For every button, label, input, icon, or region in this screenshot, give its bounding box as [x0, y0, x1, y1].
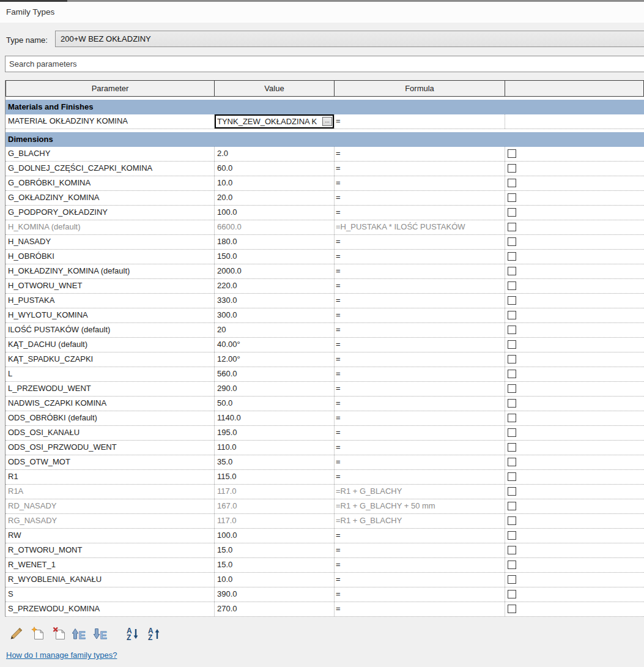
formula-cell[interactable]: = — [335, 587, 505, 602]
material-value-box[interactable]: TYNK_ZEW_OKŁADZINA K... — [215, 114, 334, 129]
value-cell[interactable]: 110.0 — [215, 441, 335, 455]
lock-checkbox[interactable] — [508, 384, 516, 393]
lock-checkbox[interactable] — [508, 208, 516, 217]
lock-checkbox[interactable] — [508, 340, 516, 349]
value-cell[interactable]: 20 — [215, 323, 335, 337]
formula-cell[interactable]: = — [335, 323, 505, 337]
value-cell[interactable]: 100.0 — [215, 529, 335, 543]
formula-cell[interactable]: =H_PUSTAKA * ILOŚĆ PUSTAKÓW — [335, 220, 505, 234]
formula-cell[interactable]: = — [335, 308, 505, 322]
formula-cell[interactable]: = — [335, 294, 505, 308]
formula-cell[interactable]: = — [335, 206, 505, 220]
value-cell[interactable]: 115.0 — [215, 470, 335, 484]
value-cell[interactable]: 10.0 — [215, 176, 335, 190]
lock-checkbox[interactable] — [508, 223, 516, 231]
value-cell[interactable]: 12.00° — [215, 352, 335, 367]
value-cell[interactable]: 100.0 — [215, 206, 335, 220]
lock-checkbox[interactable] — [508, 590, 516, 598]
value-cell[interactable]: 10.0 — [215, 573, 335, 587]
formula-cell[interactable]: = — [335, 235, 505, 249]
lock-checkbox[interactable] — [508, 516, 516, 525]
value-cell[interactable]: 290.0 — [215, 382, 335, 396]
formula-cell[interactable]: = — [335, 470, 505, 484]
sort-ascending-icon[interactable]: A Z — [125, 626, 141, 642]
formula-cell[interactable]: = — [335, 162, 505, 176]
value-cell[interactable]: 180.0 — [215, 235, 335, 249]
lock-checkbox[interactable] — [508, 399, 516, 408]
lock-checkbox[interactable] — [508, 296, 516, 305]
value-cell[interactable]: 195.0 — [215, 426, 335, 440]
formula-cell[interactable]: = — [335, 573, 505, 587]
formula-cell[interactable]: = — [335, 602, 505, 616]
delete-type-icon[interactable] — [51, 626, 67, 642]
value-cell[interactable]: 117.0 — [215, 514, 335, 528]
formula-cell[interactable]: = — [335, 382, 505, 396]
formula-cell[interactable]: = — [335, 191, 505, 205]
formula-cell[interactable]: = — [335, 441, 505, 455]
lock-checkbox[interactable] — [508, 326, 516, 334]
value-cell[interactable]: 2.0 — [215, 147, 335, 161]
lock-checkbox[interactable] — [508, 428, 516, 437]
lock-checkbox[interactable] — [508, 502, 516, 510]
value-cell[interactable]: 117.0 — [215, 485, 335, 499]
value-cell[interactable]: 150.0 — [215, 250, 335, 264]
new-type-icon[interactable] — [30, 626, 46, 642]
edit-parameter-icon[interactable] — [8, 626, 24, 642]
search-parameters-input[interactable] — [5, 56, 644, 72]
value-cell[interactable]: 40.00° — [215, 338, 335, 352]
lock-checkbox[interactable] — [508, 414, 516, 422]
lock-checkbox[interactable] — [508, 311, 516, 319]
lock-checkbox[interactable] — [508, 487, 516, 496]
lock-checkbox[interactable] — [508, 458, 516, 466]
lock-checkbox[interactable] — [508, 179, 516, 187]
formula-cell[interactable]: = — [335, 147, 505, 161]
value-cell[interactable]: 6600.0 — [215, 220, 335, 234]
lock-checkbox[interactable] — [508, 281, 516, 290]
value-cell[interactable]: TYNK_ZEW_OKŁADZINA K... — [215, 114, 335, 129]
lock-checkbox[interactable] — [508, 267, 516, 275]
value-cell[interactable]: 300.0 — [215, 308, 335, 322]
value-cell[interactable]: 2000.0 — [215, 264, 335, 278]
value-cell[interactable]: 167.0 — [215, 499, 335, 513]
lock-checkbox[interactable] — [508, 193, 516, 202]
lock-checkbox[interactable] — [508, 561, 516, 569]
formula-cell[interactable]: = — [335, 455, 505, 469]
lock-checkbox[interactable] — [508, 237, 516, 246]
formula-cell[interactable]: = — [335, 426, 505, 440]
value-cell[interactable]: 60.0 — [215, 162, 335, 176]
formula-cell[interactable]: = — [335, 338, 505, 352]
value-cell[interactable]: 390.0 — [215, 587, 335, 602]
formula-cell[interactable]: = — [335, 264, 505, 278]
formula-cell[interactable]: = — [335, 558, 505, 572]
lock-checkbox[interactable] — [508, 531, 516, 540]
formula-cell[interactable]: =R1 + G_BLACHY — [335, 485, 505, 499]
formula-cell[interactable]: = — [335, 250, 505, 264]
formula-cell[interactable]: = — [335, 411, 505, 425]
value-cell[interactable]: 270.0 — [215, 602, 335, 616]
formula-cell[interactable]: = — [335, 543, 505, 557]
lock-checkbox[interactable] — [508, 149, 516, 158]
lock-checkbox[interactable] — [508, 164, 516, 173]
value-cell[interactable]: 15.0 — [215, 543, 335, 557]
lock-checkbox[interactable] — [508, 355, 516, 363]
help-link[interactable]: How do I manage family types? — [6, 650, 117, 660]
formula-cell[interactable]: = — [335, 114, 505, 129]
sort-descending-icon[interactable]: A Z — [146, 626, 162, 642]
formula-cell[interactable]: =R1 + G_BLACHY + 50 mm — [335, 499, 505, 513]
move-parameter-down-icon[interactable]: E — [92, 626, 108, 642]
type-name-combobox[interactable]: 200+W BEZ OKŁADZINY — [55, 31, 644, 47]
formula-cell[interactable]: = — [335, 397, 505, 411]
lock-checkbox[interactable] — [508, 546, 516, 554]
lock-checkbox[interactable] — [508, 252, 516, 261]
value-cell[interactable]: 560.0 — [215, 367, 335, 381]
lock-checkbox[interactable] — [508, 605, 516, 613]
browse-material-button[interactable]: ... — [322, 117, 332, 126]
lock-checkbox[interactable] — [508, 472, 516, 481]
lock-checkbox[interactable] — [508, 443, 516, 452]
formula-cell[interactable]: = — [335, 176, 505, 190]
value-cell[interactable]: 220.0 — [215, 279, 335, 293]
value-cell[interactable]: 20.0 — [215, 191, 335, 205]
value-cell[interactable]: 1140.0 — [215, 411, 335, 425]
lock-checkbox[interactable] — [508, 370, 516, 378]
formula-cell[interactable]: = — [335, 367, 505, 381]
